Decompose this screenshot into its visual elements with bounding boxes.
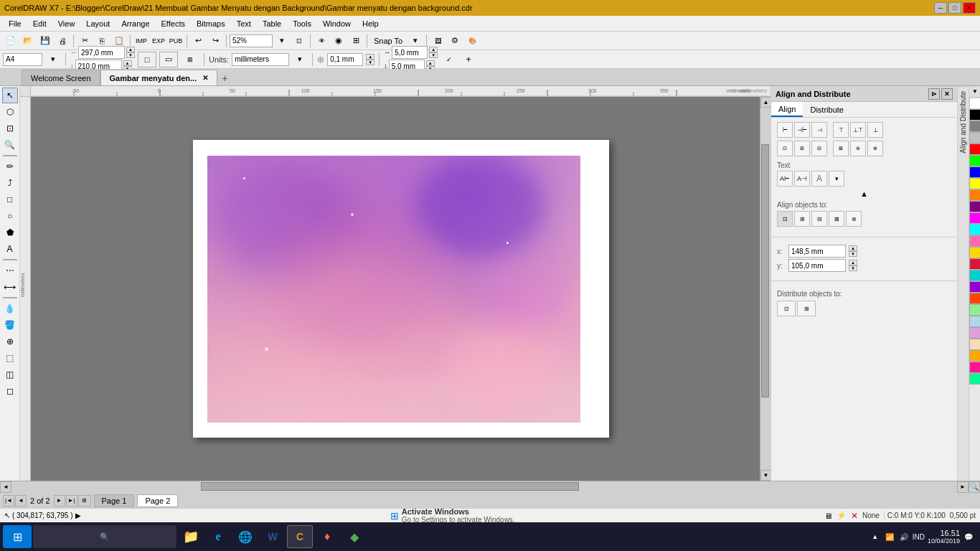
color-green[interactable]	[969, 155, 980, 166]
align-to-obj-btn[interactable]: ⊛	[846, 211, 862, 227]
menu-window[interactable]: Window	[317, 18, 357, 29]
canvas-viewport[interactable]: ▲ ▼	[31, 97, 771, 481]
hdist-down[interactable]: ▼	[429, 52, 438, 58]
zoom-tool[interactable]: 🔍	[2, 137, 18, 153]
unit-dropdown[interactable]: ▾	[292, 52, 308, 67]
tray-volume[interactable]: 🔊	[898, 531, 910, 542]
open-btn[interactable]: 📂	[20, 34, 36, 48]
align-r-edge-btn[interactable]: ⊟	[811, 141, 827, 156]
eyedropper-tool[interactable]: 💧	[2, 301, 18, 316]
freehand-tool[interactable]: ✏	[2, 159, 18, 174]
export-btn[interactable]: EXP	[151, 34, 166, 48]
paper-size-input[interactable]	[3, 53, 42, 66]
color-orange[interactable]	[969, 189, 980, 201]
select-tool[interactable]: ↖	[2, 88, 18, 103]
color-gold[interactable]	[969, 247, 980, 258]
app7-btn[interactable]: ◆	[341, 525, 367, 548]
view-opt-btn[interactable]: ◉	[331, 34, 347, 48]
y-down-arrow[interactable]: ▼	[849, 265, 857, 271]
paper-size-dropdown[interactable]: ▾	[45, 52, 61, 67]
page-first-btn[interactable]: |◄	[3, 495, 14, 507]
blend-tool[interactable]: ⊕	[2, 334, 18, 349]
align-cv-edge-btn[interactable]: ⊛	[850, 141, 866, 156]
menu-file[interactable]: File	[3, 18, 27, 29]
scroll-up-arrow[interactable]: ▲	[760, 97, 771, 108]
page-prev-btn[interactable]: ◄	[15, 495, 27, 507]
page-add-btn[interactable]: ⊞	[78, 495, 91, 507]
hdist-up[interactable]: ▲	[429, 47, 438, 52]
menu-edit[interactable]: Edit	[27, 18, 52, 29]
color-light-green[interactable]	[969, 304, 980, 316]
color-violet[interactable]	[969, 281, 980, 293]
options-btn[interactable]: ⚙	[447, 34, 463, 48]
h-scroll-track[interactable]	[11, 481, 957, 493]
tab-welcome[interactable]: Welcome Screen	[22, 70, 100, 85]
start-button[interactable]: ⊞	[3, 525, 32, 548]
print-btn[interactable]: 🖨	[55, 34, 70, 48]
align-c-edge-btn[interactable]: ⊞	[794, 141, 810, 156]
zoom-options-btn[interactable]: ▾	[274, 34, 290, 48]
color-silver[interactable]	[969, 132, 980, 143]
h-scroll-thumb[interactable]	[201, 482, 579, 491]
view-opt2-btn[interactable]: ⊞	[348, 34, 364, 48]
polygon-tool[interactable]: ⬟	[2, 225, 18, 240]
align-to-page-btn[interactable]: ⊡	[777, 211, 793, 227]
scroll-down-arrow[interactable]: ▼	[760, 470, 771, 481]
new-tab-button[interactable]: +	[217, 71, 232, 85]
color-blue[interactable]	[969, 166, 980, 178]
edge-btn[interactable]: e	[205, 525, 231, 548]
coreldraw-btn[interactable]: C	[287, 525, 313, 548]
color-red-orange[interactable]	[969, 293, 980, 304]
tab-close-icon[interactable]: ✕	[202, 74, 208, 82]
rectangle-tool[interactable]: □	[2, 192, 18, 207]
color-pink[interactable]	[969, 235, 980, 247]
menu-text[interactable]: Text	[231, 18, 257, 29]
new-btn[interactable]: 📄	[3, 34, 19, 48]
action-center-icon[interactable]: 💬	[963, 531, 974, 542]
color-black[interactable]	[969, 109, 980, 121]
menu-effects[interactable]: Effects	[156, 18, 191, 29]
align-to-margin-btn[interactable]: ⊞	[794, 211, 810, 227]
color-plum[interactable]	[969, 327, 980, 339]
app6-btn[interactable]: ♦	[314, 525, 340, 548]
page-next-btn[interactable]: ►	[54, 495, 65, 507]
zoom-to-fit-btn[interactable]: ⊡	[291, 34, 307, 48]
align-left-btn[interactable]: ⊢	[777, 122, 793, 138]
import-btn[interactable]: IMP	[133, 34, 149, 48]
save-btn[interactable]: 💾	[37, 34, 53, 48]
x-down-arrow[interactable]: ▼	[849, 251, 857, 257]
minimize-button[interactable]: ─	[934, 2, 947, 14]
color-teal[interactable]	[969, 270, 980, 281]
color-red[interactable]	[969, 143, 980, 155]
height-up[interactable]: ▲	[123, 60, 132, 66]
chrome-btn[interactable]: 🌐	[232, 525, 258, 548]
h-dist-input[interactable]	[392, 46, 428, 59]
dimension-tool[interactable]: ⟷	[2, 279, 18, 295]
nudge-input[interactable]	[327, 53, 363, 66]
color-gray[interactable]	[969, 121, 980, 132]
text-align-baseline-btn[interactable]: A	[811, 171, 827, 187]
text-drop-btn[interactable]: ▾	[829, 171, 844, 187]
color-yellow[interactable]	[969, 178, 980, 189]
maximize-button[interactable]: □	[948, 2, 961, 14]
tray-network[interactable]: 📶	[884, 531, 895, 542]
distribute-tab[interactable]: Distribute	[803, 102, 850, 117]
align-to-drawing-btn[interactable]: ⊟	[811, 211, 827, 227]
word-btn[interactable]: W	[260, 525, 286, 548]
color-btn[interactable]: 🎨	[464, 34, 480, 48]
color-amber[interactable]	[969, 350, 980, 362]
tab-document[interactable]: Gambar menyatu den... ✕	[100, 70, 218, 85]
clock-time[interactable]: 16.51 10/04/2019	[928, 529, 960, 545]
color-palette-arrow[interactable]: ▼	[969, 86, 980, 98]
width-input[interactable]	[78, 46, 125, 59]
vdist-up[interactable]: ▲	[426, 60, 435, 66]
shape-edit-tool[interactable]: ⬡	[2, 104, 18, 120]
color-spring-green[interactable]	[969, 373, 980, 385]
text-align-left-btn[interactable]: A⊢	[777, 171, 793, 187]
text-tool[interactable]: A	[2, 241, 18, 257]
menu-arrange[interactable]: Arrange	[116, 18, 155, 29]
close-button[interactable]: ✕	[963, 2, 976, 14]
watercolor-image[interactable]	[207, 156, 580, 423]
align-right-btn[interactable]: ⊣	[811, 122, 827, 138]
dist-v-btn[interactable]: ⊞	[797, 301, 816, 316]
